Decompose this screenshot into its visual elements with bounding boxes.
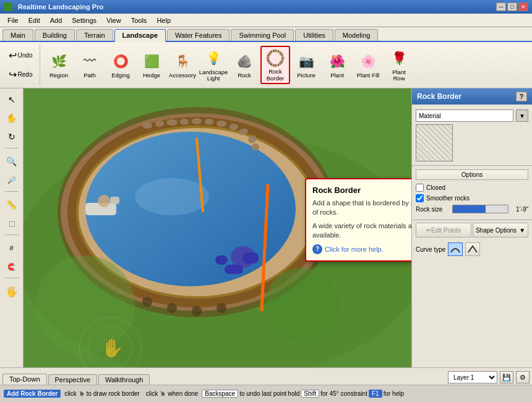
cursor-tool[interactable]: ↖	[2, 91, 21, 108]
menu-add[interactable]: Add	[45, 15, 67, 25]
svg-point-39	[205, 119, 213, 125]
menu-file[interactable]: File	[2, 15, 24, 25]
rock-size-slider[interactable]	[452, 205, 508, 213]
svg-text:✋: ✋	[101, 337, 124, 359]
tool-hedge[interactable]: 🟩 Hedge	[137, 46, 166, 84]
plant-fill-label: Plant Fill	[357, 72, 379, 79]
pan-tool[interactable]: ✋	[2, 109, 21, 127]
redo-button[interactable]: ↪ Redo	[5, 66, 36, 83]
undo-label: Undo	[18, 52, 33, 59]
region-icon: 🌿	[49, 51, 69, 71]
tool-landscape-light[interactable]: 💡 Landscape Light	[199, 46, 228, 84]
svg-point-2	[280, 52, 283, 55]
picture-label: Picture	[297, 72, 315, 79]
view-tab-perspective[interactable]: Perspective	[48, 374, 97, 385]
material-input[interactable]	[416, 109, 513, 122]
curve-type-label: Curve type	[416, 246, 445, 253]
tooltip-help-text: Click for more help.	[325, 246, 384, 253]
right-panel: Rock Border ? ▼ Options Closed Smoother …	[411, 88, 532, 367]
shift-key: Shift	[301, 390, 319, 398]
menu-help[interactable]: Help	[152, 15, 176, 25]
minimize-button[interactable]: ─	[496, 2, 506, 11]
panel-help-button[interactable]: ?	[516, 92, 527, 101]
undo-button[interactable]: ↩ Undo	[5, 47, 36, 64]
status-step2-desc: when done	[168, 390, 198, 397]
shape-options-button[interactable]: Shape Options ▼	[473, 223, 528, 237]
close-button[interactable]: ✕	[518, 2, 528, 11]
tool-region[interactable]: 🌿 Region	[44, 46, 74, 84]
tool-picture[interactable]: 📷 Picture	[291, 46, 321, 84]
svg-point-29	[192, 306, 202, 316]
view-tab-walkthrough[interactable]: Walkthrough	[98, 374, 150, 385]
measure-tool[interactable]: 📏	[2, 196, 21, 213]
separator-4	[4, 278, 19, 280]
tab-terrain[interactable]: Terrain	[76, 29, 113, 41]
tab-building[interactable]: Building	[35, 29, 75, 41]
rotate-tool[interactable]: ↻	[2, 128, 21, 145]
material-dropdown-button[interactable]: ▼	[516, 109, 528, 122]
svg-point-26	[98, 195, 110, 207]
menu-settings[interactable]: Settings	[67, 15, 101, 25]
edit-points-button[interactable]: ✏ Edit Points	[416, 223, 471, 237]
status-action: Add Rock Border	[4, 390, 61, 398]
closed-label: Closed	[426, 184, 445, 191]
curve-type-smooth-button[interactable]	[448, 242, 463, 256]
tab-utilities[interactable]: Utilities	[295, 29, 333, 41]
edging-label: Edging	[111, 72, 130, 79]
layer-save-button[interactable]: 💾	[500, 371, 513, 383]
select-region-tool[interactable]: ⬚	[2, 215, 21, 232]
canvas-area[interactable]: ✋ Rock Border	[24, 88, 411, 367]
backspace-desc: to undo last point	[239, 390, 286, 397]
zoom-in-tool[interactable]: 🔍	[2, 153, 21, 170]
grid-tool[interactable]: #	[2, 239, 21, 257]
options-section: Options Closed Smoother rocks Rock size …	[412, 166, 532, 220]
layer-select[interactable]: Layer 1	[448, 371, 497, 383]
tool-plant[interactable]: 🌺 Plant	[322, 46, 352, 84]
tab-modeling[interactable]: Modeling	[335, 29, 379, 41]
curve-type-sharp-button[interactable]	[465, 242, 480, 256]
tool-plant-row[interactable]: 🌹 Plant Row	[384, 46, 414, 84]
tab-water-features[interactable]: Water Features	[167, 29, 230, 41]
layer-settings-button[interactable]: ⚙	[516, 371, 530, 383]
svg-rect-21	[215, 255, 228, 265]
separator-3	[4, 234, 19, 237]
window-controls[interactable]: ─ □ ✕	[496, 2, 528, 11]
tool-plant-fill[interactable]: 🌸 Plant Fill	[353, 46, 383, 84]
maximize-button[interactable]: □	[507, 2, 517, 11]
view-tab-topdown[interactable]: Top-Down	[2, 374, 47, 385]
tool-accessory[interactable]: 🪑 Accessory	[168, 46, 197, 84]
material-preview	[416, 124, 453, 161]
f1-key: F1	[369, 390, 382, 398]
svg-point-5	[274, 64, 277, 67]
tool-path[interactable]: 〰 Path	[75, 46, 105, 84]
hand-cursor-tool[interactable]: 🖐	[2, 283, 21, 300]
zoom-out-tool[interactable]: 🔎	[2, 171, 21, 189]
tooltip-help-link[interactable]: ? Click for more help.	[312, 244, 411, 254]
svg-point-37	[180, 119, 189, 125]
separator-1	[4, 148, 19, 150]
menu-tools[interactable]: Tools	[126, 15, 152, 25]
tab-landscape[interactable]: Landscape	[114, 29, 166, 42]
menu-edit[interactable]: Edit	[24, 15, 45, 25]
plant-row-icon: 🌹	[389, 48, 409, 68]
hedge-label: Hedge	[143, 72, 160, 79]
hold-label: hold	[288, 390, 299, 397]
snap-tool[interactable]: 🧲	[2, 258, 21, 275]
tab-swimming-pool[interactable]: Swimming Pool	[231, 29, 294, 41]
landscape-light-icon: 💡	[204, 48, 223, 68]
curve-type-row: Curve type	[412, 240, 532, 259]
closed-checkbox[interactable]	[416, 184, 424, 192]
tool-rock[interactable]: 🪨 Rock	[230, 46, 259, 84]
material-section: ▼	[412, 105, 532, 166]
rock-label: Rock	[238, 72, 251, 79]
smoother-rocks-checkbox[interactable]	[416, 194, 424, 202]
tool-rock-border[interactable]: Rock Border	[260, 46, 290, 84]
menu-view[interactable]: View	[101, 15, 126, 25]
plant-label: Plant	[330, 72, 344, 79]
svg-point-6	[268, 61, 272, 64]
rock-border-icon	[265, 48, 285, 67]
svg-point-34	[142, 122, 152, 129]
tool-edging[interactable]: ⭕ Edging	[106, 46, 135, 84]
tab-main[interactable]: Main	[2, 29, 33, 41]
status-click1-icon: 🖱	[79, 390, 85, 397]
